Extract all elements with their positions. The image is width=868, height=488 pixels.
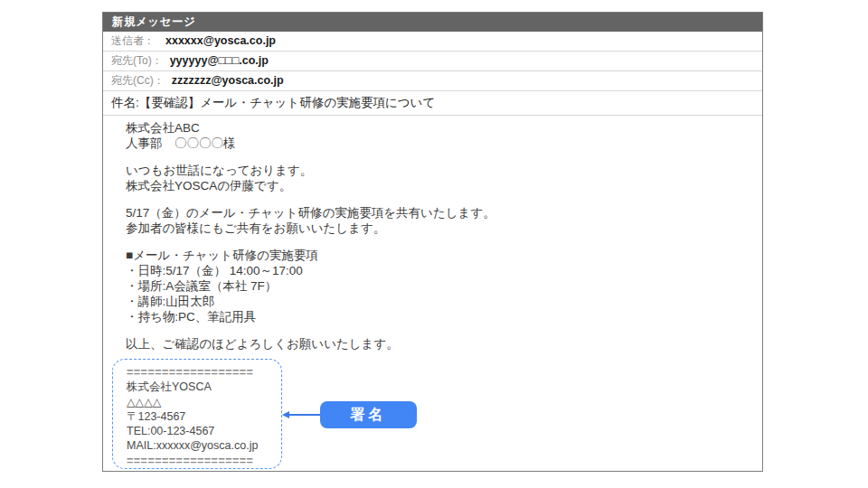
body-line: ・場所:A会議室（本社 7F） bbox=[126, 278, 744, 294]
body-line: 以上、ご確認のほどよろしくお願いいたします。 bbox=[126, 336, 744, 352]
cc-field[interactable]: 宛先(Cc)： zzzzzzz@yosca.co.jp bbox=[103, 71, 762, 91]
sender-label: 送信者： bbox=[111, 32, 158, 51]
cc-label: 宛先(Cc)： bbox=[111, 71, 165, 90]
body-line: 参加者の皆様にもご共有をお願いいたします。 bbox=[126, 221, 744, 236]
title-bar[interactable]: 新規メッセージ bbox=[103, 13, 762, 32]
body-line bbox=[126, 151, 744, 163]
body-line: ■メール・チャット研修の実施要項 bbox=[126, 248, 744, 263]
to-label: 宛先(To)： bbox=[111, 52, 163, 70]
message-body[interactable]: 株式会社ABC 人事部 〇〇〇〇様 いつもお世話になっております。 株式会社YO… bbox=[103, 116, 762, 352]
body-line bbox=[126, 193, 744, 205]
callout-label: 署名 bbox=[351, 407, 387, 422]
to-value[interactable]: yyyyyy@□□□.co.jp bbox=[170, 52, 269, 70]
signature-block: ================== 株式会社YOSCA △△△△ 〒123-4… bbox=[112, 359, 282, 469]
signature-line: MAIL:xxxxxx@yosca.co.jp bbox=[127, 438, 281, 453]
subject-field[interactable]: 件名:【要確認】メール・チャット研修の実施要項について bbox=[103, 91, 762, 116]
body-line: 5/17（金）のメール・チャット研修の実施要項を共有いたします。 bbox=[126, 205, 744, 221]
body-line bbox=[126, 324, 744, 336]
cc-value[interactable]: zzzzzzz@yosca.co.jp bbox=[172, 71, 284, 90]
body-line: 人事部 〇〇〇〇様 bbox=[126, 136, 744, 151]
body-line: ・持ち物:PC、筆記用具 bbox=[126, 309, 744, 324]
body-line: いつもお世話になっております。 bbox=[126, 163, 744, 178]
callout-arrow-line bbox=[288, 414, 320, 416]
subject-text: 件名:【要確認】メール・チャット研修の実施要項について bbox=[111, 96, 435, 109]
sender-value[interactable]: xxxxxx@yosca.co.jp bbox=[165, 32, 276, 51]
signature-line: 株式会社YOSCA bbox=[127, 380, 281, 394]
window-title: 新規メッセージ bbox=[112, 15, 195, 28]
compose-window: 新規メッセージ 送信者： xxxxxx@yosca.co.jp 宛先(To)： … bbox=[102, 12, 763, 472]
signature-line: 〒123-4567 bbox=[127, 409, 281, 424]
sender-field[interactable]: 送信者： xxxxxx@yosca.co.jp bbox=[103, 32, 762, 52]
signature-line: △△△△ bbox=[127, 395, 281, 409]
signature-callout-badge: 署名 bbox=[320, 401, 417, 428]
body-line: 株式会社ABC bbox=[126, 120, 744, 136]
body-line bbox=[126, 236, 744, 248]
signature-line: TEL:00-123-4567 bbox=[127, 424, 281, 438]
body-line: 株式会社YOSCAの伊藤です。 bbox=[126, 178, 744, 193]
body-line: ・講師:山田太郎 bbox=[126, 294, 744, 309]
to-field[interactable]: 宛先(To)： yyyyyy@□□□.co.jp bbox=[103, 52, 762, 71]
signature-line: ================== bbox=[127, 454, 281, 468]
signature-line: ================== bbox=[127, 365, 281, 380]
body-line: ・日時:5/17（金） 14:00～17:00 bbox=[126, 263, 744, 278]
